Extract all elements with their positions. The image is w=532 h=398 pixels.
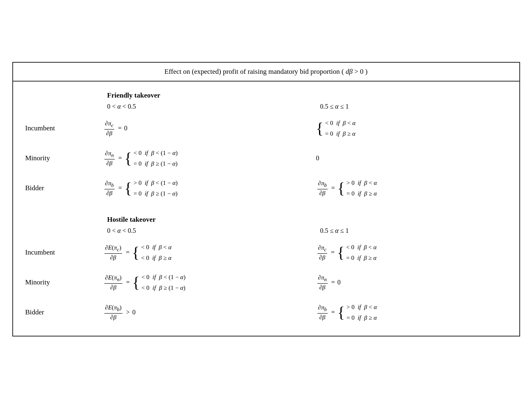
- hostile-alpha-left: 0 < α < 0.5: [107, 227, 320, 234]
- friendly-bidder-label: Bidder: [13, 184, 103, 192]
- hostile-bidder-row: Bidder ∂E(πb) ∂β > 0 ∂πb ∂β = { > 0 if β…: [13, 298, 519, 332]
- hostile-header: Hostile takeover: [13, 210, 519, 225]
- main-table: Effect on (expected) profit of raising m…: [12, 62, 520, 337]
- hostile-minority-left: ∂E(πn) ∂β = { < 0 if β < (1 − α) < 0 if …: [103, 272, 316, 293]
- hostile-bidder-right: ∂πb ∂β = { > 0 if β < α = 0 if β ≥ α: [316, 302, 519, 323]
- hostile-incumbent-label: Incumbent: [13, 248, 103, 257]
- friendly-bidder-row: Bidder ∂πb ∂β = { > 0 if β < (1 − α) = 0…: [13, 173, 519, 203]
- friendly-minority-right: 0: [316, 155, 519, 162]
- hostile-alpha-row: 0 < α < 0.5 0.5 ≤ α ≤ 1: [13, 225, 519, 238]
- hostile-incumbent-right: ∂πc ∂β = { < 0 if β < α = 0 if β ≥ α: [316, 242, 519, 264]
- hostile-minority-label: Minority: [13, 278, 103, 287]
- friendly-header: Friendly takeover: [13, 86, 519, 101]
- friendly-bidder-left: ∂πb ∂β = { > 0 if β < (1 − α) = 0 if β ≥…: [103, 177, 316, 199]
- friendly-minority-row: Minority ∂πn ∂β = { < 0 if β < (1 − α) =…: [13, 143, 519, 173]
- friendly-alpha-row: 0 < α < 0.5 0.5 ≤ α ≤ 1: [13, 101, 519, 114]
- hostile-incumbent-left: ∂E(πc) ∂β = { < 0 if β < α < 0 if β ≥ α: [103, 242, 316, 264]
- table-title: Effect on (expected) profit of raising m…: [13, 63, 519, 82]
- friendly-bidder-right: ∂πb ∂β = { > 0 if β < α = 0 if β ≥ α: [316, 177, 519, 199]
- hostile-bidder-left: ∂E(πb) ∂β > 0: [103, 304, 316, 321]
- friendly-alpha-left: 0 < α < 0.5: [107, 103, 320, 110]
- hostile-alpha-right: 0.5 ≤ α ≤ 1: [320, 227, 519, 234]
- hostile-bidder-label: Bidder: [13, 308, 103, 316]
- friendly-incumbent-row: Incumbent ∂πc ∂β = 0 { < 0 if β < α = 0 …: [13, 114, 519, 143]
- table-body: Friendly takeover 0 < α < 0.5 0.5 ≤ α ≤ …: [13, 82, 519, 336]
- friendly-incumbent-right: { < 0 if β < α = 0 if β ≥ α: [316, 118, 519, 139]
- friendly-minority-left: ∂πn ∂β = { < 0 if β < (1 − α) = 0 if β ≥…: [103, 148, 316, 169]
- hostile-incumbent-row: Incumbent ∂E(πc) ∂β = { < 0 if β < α < 0…: [13, 238, 519, 268]
- hostile-minority-row: Minority ∂E(πn) ∂β = { < 0 if β < (1 − α…: [13, 268, 519, 298]
- hostile-minority-right: ∂πn ∂β = 0: [316, 274, 519, 291]
- friendly-incumbent-label: Incumbent: [13, 124, 103, 132]
- friendly-minority-label: Minority: [13, 154, 103, 162]
- friendly-alpha-right: 0.5 ≤ α ≤ 1: [320, 103, 519, 110]
- friendly-incumbent-left: ∂πc ∂β = 0: [103, 120, 316, 137]
